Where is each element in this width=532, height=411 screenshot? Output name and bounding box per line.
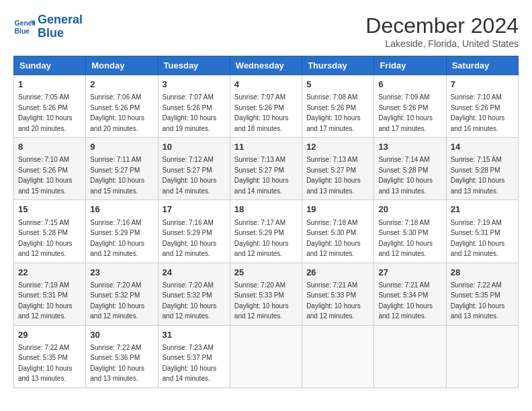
day-number: 31 (163, 329, 226, 341)
calendar-week-3: 15 Sunrise: 7:15 AMSunset: 5:28 PMDaylig… (14, 200, 519, 263)
calendar-header-row: SundayMondayTuesdayWednesdayThursdayFrid… (14, 56, 519, 75)
day-info: Sunrise: 7:10 AMSunset: 5:26 PMDaylight:… (18, 156, 73, 195)
day-number: 9 (90, 141, 153, 153)
day-number: 12 (306, 141, 369, 153)
calendar-cell (446, 325, 518, 387)
calendar-cell: 23 Sunrise: 7:20 AMSunset: 5:32 PMDaylig… (86, 263, 158, 325)
day-info: Sunrise: 7:22 AMSunset: 5:35 PMDaylight:… (18, 344, 73, 383)
day-info: Sunrise: 7:20 AMSunset: 5:32 PMDaylight:… (163, 281, 217, 320)
calendar-cell: 4 Sunrise: 7:07 AMSunset: 5:26 PMDayligh… (230, 75, 302, 138)
logo-text-line2: Blue (38, 27, 83, 40)
day-number: 4 (234, 79, 298, 91)
day-number: 18 (234, 203, 298, 216)
calendar-cell (374, 325, 446, 387)
header-friday: Friday (374, 56, 446, 75)
calendar-table: SundayMondayTuesdayWednesdayThursdayFrid… (13, 56, 519, 388)
calendar-cell: 31 Sunrise: 7:23 AMSunset: 5:37 PMDaylig… (158, 325, 230, 387)
day-info: Sunrise: 7:12 AMSunset: 5:27 PMDaylight:… (163, 156, 217, 195)
calendar-cell: 5 Sunrise: 7:08 AMSunset: 5:26 PMDayligh… (302, 75, 374, 138)
logo-icon: General Blue (13, 16, 35, 38)
calendar-cell: 2 Sunrise: 7:06 AMSunset: 5:26 PMDayligh… (86, 75, 158, 138)
calendar-cell: 12 Sunrise: 7:13 AMSunset: 5:27 PMDaylig… (302, 138, 374, 200)
day-number: 16 (90, 203, 153, 216)
day-info: Sunrise: 7:22 AMSunset: 5:36 PMDaylight:… (90, 344, 144, 383)
day-number: 8 (18, 141, 81, 153)
day-number: 20 (378, 203, 441, 216)
calendar-cell: 13 Sunrise: 7:14 AMSunset: 5:28 PMDaylig… (374, 138, 446, 200)
calendar-cell: 30 Sunrise: 7:22 AMSunset: 5:36 PMDaylig… (86, 325, 158, 387)
day-number: 19 (306, 203, 369, 216)
day-number: 10 (163, 141, 226, 153)
logo-text-line1: General (38, 13, 83, 27)
day-info: Sunrise: 7:21 AMSunset: 5:33 PMDaylight:… (306, 281, 361, 320)
day-number: 25 (234, 267, 298, 279)
day-info: Sunrise: 7:11 AMSunset: 5:27 PMDaylight:… (90, 156, 144, 195)
day-info: Sunrise: 7:15 AMSunset: 5:28 PMDaylight:… (451, 156, 505, 195)
calendar-cell: 16 Sunrise: 7:16 AMSunset: 5:29 PMDaylig… (86, 200, 158, 263)
calendar-cell: 20 Sunrise: 7:18 AMSunset: 5:30 PMDaylig… (374, 200, 446, 263)
header-wednesday: Wednesday (230, 56, 302, 75)
calendar-cell (230, 325, 302, 387)
day-info: Sunrise: 7:18 AMSunset: 5:30 PMDaylight:… (306, 219, 361, 258)
day-info: Sunrise: 7:19 AMSunset: 5:31 PMDaylight:… (18, 281, 73, 320)
calendar-cell (302, 325, 374, 387)
day-info: Sunrise: 7:18 AMSunset: 5:30 PMDaylight:… (378, 219, 433, 258)
calendar-cell: 19 Sunrise: 7:18 AMSunset: 5:30 PMDaylig… (302, 200, 374, 263)
day-info: Sunrise: 7:16 AMSunset: 5:29 PMDaylight:… (90, 219, 144, 258)
calendar-cell: 9 Sunrise: 7:11 AMSunset: 5:27 PMDayligh… (86, 138, 158, 200)
calendar-cell: 18 Sunrise: 7:17 AMSunset: 5:29 PMDaylig… (230, 200, 302, 263)
calendar-cell: 11 Sunrise: 7:13 AMSunset: 5:27 PMDaylig… (230, 138, 302, 200)
day-info: Sunrise: 7:15 AMSunset: 5:28 PMDaylight:… (18, 219, 73, 258)
day-info: Sunrise: 7:17 AMSunset: 5:29 PMDaylight:… (234, 219, 289, 258)
calendar-week-2: 8 Sunrise: 7:10 AMSunset: 5:26 PMDayligh… (14, 138, 519, 200)
day-number: 13 (378, 141, 441, 153)
header-thursday: Thursday (302, 56, 374, 75)
day-number: 5 (306, 79, 369, 91)
day-info: Sunrise: 7:19 AMSunset: 5:31 PMDaylight:… (451, 219, 505, 258)
calendar-week-4: 22 Sunrise: 7:19 AMSunset: 5:31 PMDaylig… (14, 263, 519, 325)
subtitle: Lakeside, Florida, United States (365, 38, 519, 49)
calendar-cell: 22 Sunrise: 7:19 AMSunset: 5:31 PMDaylig… (14, 263, 86, 325)
day-info: Sunrise: 7:08 AMSunset: 5:26 PMDaylight:… (306, 93, 361, 132)
day-info: Sunrise: 7:07 AMSunset: 5:26 PMDaylight:… (163, 93, 217, 132)
calendar-cell: 10 Sunrise: 7:12 AMSunset: 5:27 PMDaylig… (158, 138, 230, 200)
calendar-cell: 26 Sunrise: 7:21 AMSunset: 5:33 PMDaylig… (302, 263, 374, 325)
day-info: Sunrise: 7:07 AMSunset: 5:26 PMDaylight:… (234, 93, 289, 132)
day-info: Sunrise: 7:20 AMSunset: 5:33 PMDaylight:… (234, 281, 289, 320)
day-number: 1 (18, 79, 81, 91)
day-number: 14 (451, 141, 514, 153)
day-number: 27 (378, 267, 441, 279)
calendar-cell: 29 Sunrise: 7:22 AMSunset: 5:35 PMDaylig… (14, 325, 86, 387)
calendar-cell: 21 Sunrise: 7:19 AMSunset: 5:31 PMDaylig… (446, 200, 518, 263)
day-info: Sunrise: 7:22 AMSunset: 5:35 PMDaylight:… (451, 281, 505, 320)
calendar-cell: 15 Sunrise: 7:15 AMSunset: 5:28 PMDaylig… (14, 200, 86, 263)
day-number: 24 (163, 267, 226, 279)
day-info: Sunrise: 7:20 AMSunset: 5:32 PMDaylight:… (90, 281, 144, 320)
title-block: December 2024 Lakeside, Florida, United … (365, 13, 519, 49)
day-number: 11 (234, 141, 298, 153)
calendar-week-5: 29 Sunrise: 7:22 AMSunset: 5:35 PMDaylig… (14, 325, 519, 387)
calendar-cell: 3 Sunrise: 7:07 AMSunset: 5:26 PMDayligh… (158, 75, 230, 138)
calendar-cell: 7 Sunrise: 7:10 AMSunset: 5:26 PMDayligh… (446, 75, 518, 138)
calendar-cell: 1 Sunrise: 7:05 AMSunset: 5:26 PMDayligh… (14, 75, 86, 138)
header-monday: Monday (86, 56, 158, 75)
calendar-cell: 24 Sunrise: 7:20 AMSunset: 5:32 PMDaylig… (158, 263, 230, 325)
calendar-cell: 28 Sunrise: 7:22 AMSunset: 5:35 PMDaylig… (446, 263, 518, 325)
day-number: 2 (90, 79, 153, 91)
calendar-week-1: 1 Sunrise: 7:05 AMSunset: 5:26 PMDayligh… (14, 75, 519, 138)
day-number: 28 (451, 267, 514, 279)
day-info: Sunrise: 7:05 AMSunset: 5:26 PMDaylight:… (18, 93, 73, 132)
day-info: Sunrise: 7:21 AMSunset: 5:34 PMDaylight:… (378, 281, 433, 320)
header-tuesday: Tuesday (158, 56, 230, 75)
calendar-cell: 17 Sunrise: 7:16 AMSunset: 5:29 PMDaylig… (158, 200, 230, 263)
day-number: 6 (378, 79, 441, 91)
calendar-cell: 14 Sunrise: 7:15 AMSunset: 5:28 PMDaylig… (446, 138, 518, 200)
day-info: Sunrise: 7:13 AMSunset: 5:27 PMDaylight:… (306, 156, 361, 195)
day-info: Sunrise: 7:09 AMSunset: 5:26 PMDaylight:… (378, 93, 433, 132)
day-number: 29 (18, 329, 81, 341)
calendar-cell: 25 Sunrise: 7:20 AMSunset: 5:33 PMDaylig… (230, 263, 302, 325)
calendar-cell: 27 Sunrise: 7:21 AMSunset: 5:34 PMDaylig… (374, 263, 446, 325)
header-saturday: Saturday (446, 56, 518, 75)
day-number: 17 (163, 203, 226, 216)
calendar-cell: 8 Sunrise: 7:10 AMSunset: 5:26 PMDayligh… (14, 138, 86, 200)
